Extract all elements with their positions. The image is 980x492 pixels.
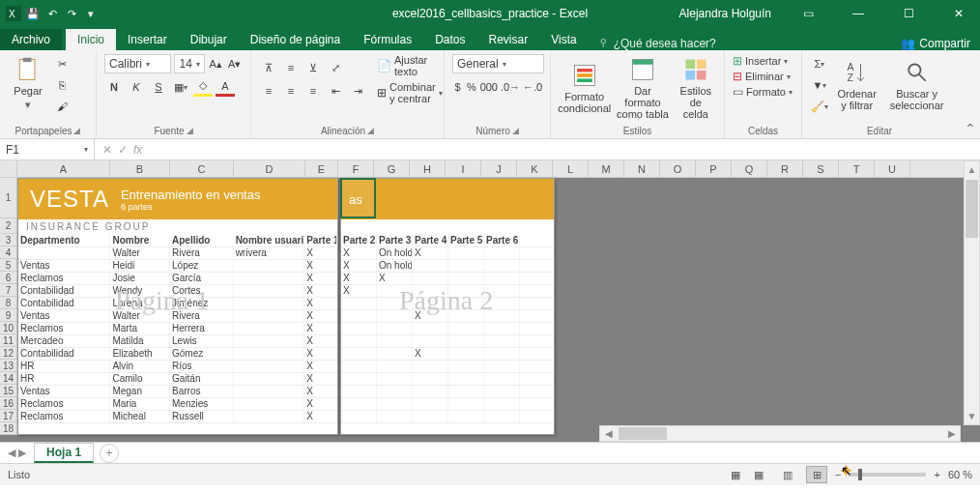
align-left-icon[interactable]: ≡ [259,81,278,101]
dialog-launcher-icon[interactable]: ◢ [512,126,519,136]
table-row[interactable]: WalterRiverawriveraX [18,247,337,260]
name-box[interactable]: F1▾ [0,139,95,159]
table-row[interactable] [341,398,554,411]
wrap-text-button[interactable]: 📄Ajustar texto [377,54,443,77]
table-row[interactable]: ContabilidadWendyCortesX [18,285,337,298]
find-select-button[interactable]: Buscar y seleccionar [884,57,949,113]
bold-button[interactable]: N [104,77,124,97]
sort-filter-button[interactable]: AZOrdenar y filtrar [832,57,881,113]
align-bottom-icon[interactable]: ⊻ [303,58,323,77]
page-2[interactable]: as Parte 2Parte 3Parte 4Parte 5Parte 6XO… [340,178,555,435]
enter-formula-icon[interactable]: ✓ [118,143,128,157]
borders-icon[interactable]: ▦▾ [171,77,190,97]
table-row[interactable] [341,298,554,310]
indent-dec-icon[interactable]: ⇤ [326,81,345,101]
orientation-icon[interactable]: ⤢ [326,58,345,77]
table-row[interactable] [341,323,554,335]
page-layout-view-icon[interactable]: ▥ [777,466,798,483]
tab-vista[interactable]: Vista [539,29,588,50]
page-1[interactable]: VESTAEntrenamiento en ventas6 partes INS… [17,178,338,435]
tell-me[interactable]: ¿Qué desea hacer? [598,37,716,50]
dialog-launcher-icon[interactable]: ◢ [367,126,374,136]
format-cells-button[interactable]: ▭Formato▾ [733,85,793,99]
clear-icon[interactable]: 🧹▾ [810,97,829,116]
tab-dibujar[interactable]: Dibujar [179,29,239,50]
qat-customize-icon[interactable]: ▾ [83,6,99,21]
currency-icon[interactable]: $ [452,77,463,97]
minimize-icon[interactable]: — [837,0,879,27]
align-center-icon[interactable]: ≡ [281,81,301,101]
tab-revisar[interactable]: Revisar [477,29,540,50]
display-settings-icon[interactable]: ▦ [731,469,740,481]
table-row[interactable] [341,411,554,423]
cut-icon[interactable]: ✂ [52,54,72,73]
new-sheet-icon[interactable]: + [100,444,119,463]
font-name-select[interactable]: Calibri▾ [104,54,171,73]
insert-cells-button[interactable]: ⊞Insertar▾ [733,54,793,68]
table-row[interactable]: ContabilidadLorenaJiménezX [18,298,337,310]
table-row[interactable]: HRCamiloGaitánX [18,373,337,386]
sheet-tab[interactable]: Hoja 1 [34,443,94,463]
undo-icon[interactable]: ↶ [44,6,60,21]
share-button[interactable]: 👥Compartir [901,37,970,50]
number-format-select[interactable]: General▾ [452,54,544,73]
close-icon[interactable]: ✕ [937,0,980,27]
align-top-icon[interactable]: ⊼ [259,58,278,77]
table-row[interactable]: XOn hold [341,260,554,273]
page-break-view-icon[interactable]: ⊞ [806,466,827,483]
row-headers[interactable]: 123456789101112131415161718 [0,178,17,435]
table-row[interactable]: X [341,310,554,323]
tab-formulas[interactable]: Fórmulas [352,29,423,50]
font-size-select[interactable]: 14▾ [174,54,204,73]
fill-color-icon[interactable]: ◇ [193,77,213,97]
horizontal-scrollbar[interactable]: ◀▶ [599,425,961,442]
tab-datos[interactable]: Datos [423,29,476,50]
align-middle-icon[interactable]: ≡ [281,58,301,77]
save-icon[interactable]: 💾 [25,6,41,21]
fx-icon[interactable]: fx [133,143,142,157]
align-right-icon[interactable]: ≡ [303,81,323,101]
tab-file[interactable]: Archivo [0,29,62,50]
sheet-nav[interactable]: ◀ ▶ [0,447,34,459]
table-row[interactable]: VentasWalterRiveraX [18,310,337,323]
normal-view-icon[interactable]: ▦ [748,466,769,483]
table-row[interactable]: VentasMeganBarrosX [18,386,337,398]
tab-diseno[interactable]: Diseño de página [239,29,352,50]
dialog-launcher-icon[interactable]: ◢ [187,126,193,136]
percent-icon[interactable]: % [466,77,476,97]
delete-cells-button[interactable]: ⊟Eliminar▾ [733,70,793,83]
zoom-out-icon[interactable]: − [835,469,841,480]
column-headers[interactable]: ABCDEFGHIJKLMNOPQRSTU [17,160,980,178]
fill-icon[interactable]: ▼▾ [810,75,829,95]
table-row[interactable]: ReclamosMartaHerreraX [18,323,337,335]
ribbon-options-icon[interactable]: ▭ [787,0,829,27]
autosum-icon[interactable]: Σ▾ [810,54,829,73]
table-row[interactable] [341,386,554,398]
table-row[interactable]: VentasHeidiLópezX [18,260,337,273]
format-painter-icon[interactable]: 🖌 [52,97,72,116]
table-row[interactable]: XOn holdX [341,247,554,260]
table-row[interactable]: ContabilidadElizabethGómezX [18,348,337,361]
redo-icon[interactable]: ↷ [64,6,79,21]
table-row[interactable] [341,361,554,373]
tab-insertar[interactable]: Insertar [116,29,179,50]
table-row[interactable]: MercadeoMatildaLewisX [18,335,337,348]
vertical-scrollbar[interactable]: ▲▼ [964,160,980,425]
table-row[interactable]: X [341,285,554,298]
zoom-slider[interactable] [849,473,926,477]
zoom-in-icon[interactable]: + [934,469,939,480]
italic-button[interactable]: K [127,77,146,97]
cell-styles-button[interactable]: Estilos de celda [676,54,716,122]
table-row[interactable]: X [341,348,554,361]
decrease-font-icon[interactable]: A▾ [226,54,243,73]
increase-font-icon[interactable]: A▴ [208,54,224,73]
comma-icon[interactable]: 000 [480,77,498,97]
dialog-launcher-icon[interactable]: ◢ [73,126,80,136]
merge-center-button[interactable]: ⊞Combinar y centrar▾ [377,81,443,104]
cancel-formula-icon[interactable]: ✕ [102,143,112,157]
dec-decimal-icon[interactable]: ←.0 [523,77,542,97]
table-row[interactable]: ReclamosJosieGarcíaX [18,273,337,285]
table-row[interactable] [341,373,554,386]
conditional-format-button[interactable]: Formato condicional [559,60,610,116]
table-row[interactable]: HRAlvinRíosX [18,361,337,373]
